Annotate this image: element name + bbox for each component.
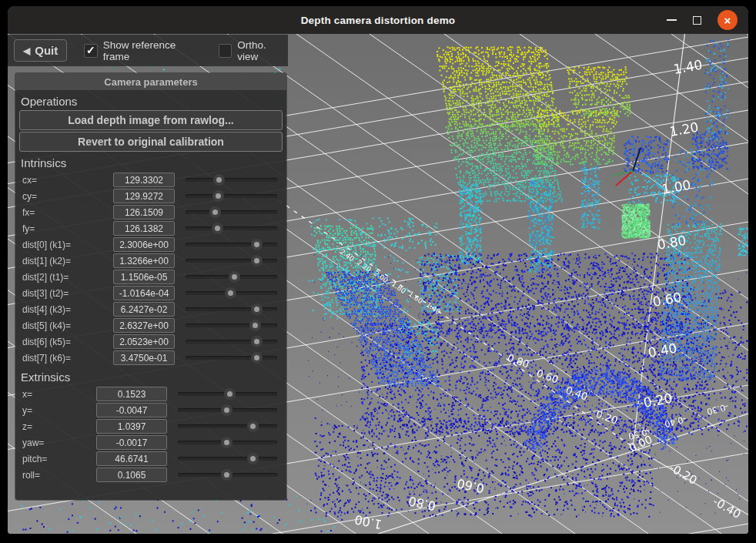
slider-track[interactable]: [186, 259, 277, 263]
panel-title[interactable]: Camera parameters: [15, 73, 286, 90]
load-depth-image-button[interactable]: Load depth image from rawlog...: [19, 110, 283, 130]
slider-knob[interactable]: [221, 404, 232, 416]
param-label: dist[0] (k1)=: [22, 240, 113, 250]
slider-knob[interactable]: [225, 287, 236, 299]
param-slider[interactable]: [185, 174, 279, 186]
slider-track[interactable]: [178, 424, 277, 428]
slider-track[interactable]: [186, 226, 277, 230]
slider-knob[interactable]: [251, 239, 263, 250]
title-bar[interactable]: Depth camera distortion demo ×: [8, 6, 748, 34]
param-row: x=0.1523: [15, 386, 286, 402]
slider-knob[interactable]: [209, 206, 221, 218]
param-label: dist[6] (k5)=: [22, 337, 113, 347]
minimize-icon[interactable]: [667, 19, 677, 21]
param-slider[interactable]: [185, 336, 279, 347]
param-value[interactable]: 46.6741: [96, 451, 167, 466]
section-operations: Operations: [21, 95, 282, 108]
slider-knob[interactable]: [251, 303, 263, 315]
slider-knob[interactable]: [251, 352, 263, 364]
revert-calibration-button[interactable]: Revert to original calibration: [19, 132, 283, 152]
param-row: yaw=-0.0017: [15, 434, 286, 451]
checkbox-icon[interactable]: [219, 44, 232, 58]
param-value[interactable]: 2.3006e+00: [113, 237, 175, 252]
param-value[interactable]: 2.0523e+00: [113, 334, 175, 349]
param-slider[interactable]: [185, 223, 279, 234]
checkbox-ortho-view[interactable]: Ortho. view: [219, 39, 288, 62]
param-label: z=: [22, 421, 96, 432]
param-value[interactable]: 1.3266e+00: [113, 253, 175, 268]
slider-knob[interactable]: [212, 223, 223, 234]
slider-knob[interactable]: [221, 437, 232, 448]
param-slider[interactable]: [177, 469, 279, 481]
param-slider[interactable]: [185, 352, 279, 364]
param-value[interactable]: 1.1506e-05: [113, 270, 175, 284]
checkbox-show-reference-frame[interactable]: ✓ Show reference frame: [84, 39, 202, 62]
param-label: dist[3] (t2)=: [22, 288, 113, 299]
param-label: cx=: [22, 175, 113, 186]
quit-button[interactable]: ◀ Quit: [14, 39, 67, 62]
slider-knob[interactable]: [221, 469, 232, 481]
checkbox-icon[interactable]: ✓: [84, 44, 97, 58]
slider-track[interactable]: [186, 323, 277, 327]
param-row: dist[6] (k5)=2.0523e+00: [15, 334, 286, 350]
slider-knob[interactable]: [251, 336, 263, 347]
param-label: x=: [22, 389, 96, 400]
param-value[interactable]: 1.0397: [96, 419, 167, 434]
param-label: dist[7] (k6)=: [22, 353, 113, 364]
slider-track[interactable]: [186, 307, 277, 311]
param-label: cy=: [22, 191, 113, 202]
param-value[interactable]: 0.1065: [96, 468, 167, 482]
slider-track[interactable]: [186, 243, 277, 246]
param-slider[interactable]: [185, 303, 279, 315]
param-label: dist[4] (k3)=: [22, 304, 113, 315]
left-arrow-icon: ◀: [23, 46, 30, 55]
param-slider[interactable]: [177, 388, 279, 400]
slider-knob[interactable]: [251, 255, 263, 266]
param-slider[interactable]: [185, 271, 279, 283]
close-icon[interactable]: ×: [718, 10, 738, 30]
param-value[interactable]: 126.1382: [113, 221, 175, 236]
slider-knob[interactable]: [229, 271, 240, 283]
param-slider[interactable]: [185, 320, 279, 331]
param-value[interactable]: -1.0164e-04: [113, 286, 175, 300]
slider-track[interactable]: [186, 340, 277, 344]
param-value[interactable]: 129.3302: [113, 173, 175, 187]
param-row: dist[0] (k1)=2.3006e+00: [15, 236, 286, 253]
param-label: fx=: [22, 207, 113, 218]
param-slider[interactable]: [177, 421, 279, 432]
param-value[interactable]: 6.2427e-02: [113, 302, 175, 317]
slider-track[interactable]: [186, 210, 277, 214]
param-slider[interactable]: [177, 453, 279, 464]
param-value[interactable]: -0.0047: [96, 403, 167, 417]
param-slider[interactable]: [185, 255, 279, 266]
param-value[interactable]: -0.0017: [96, 435, 167, 450]
maximize-icon[interactable]: [693, 16, 701, 25]
param-slider[interactable]: [185, 287, 279, 299]
slider-track[interactable]: [186, 194, 277, 198]
param-label: y=: [22, 405, 96, 416]
param-value[interactable]: 129.9272: [113, 189, 175, 203]
param-value[interactable]: 2.6327e+00: [113, 318, 175, 333]
slider-knob[interactable]: [247, 453, 259, 464]
param-row: dist[7] (k6)=3.4750e-01: [15, 350, 286, 366]
slider-knob[interactable]: [224, 388, 236, 400]
checkbox-label: Show reference frame: [103, 39, 202, 62]
slider-track[interactable]: [186, 178, 277, 182]
slider-knob[interactable]: [213, 174, 225, 186]
param-value[interactable]: 0.1523: [96, 387, 167, 401]
param-value[interactable]: 3.4750e-01: [113, 350, 175, 365]
slider-knob[interactable]: [249, 320, 261, 331]
slider-knob[interactable]: [247, 421, 259, 432]
slider-track[interactable]: [178, 457, 277, 461]
param-value[interactable]: 126.1509: [113, 205, 175, 220]
param-slider[interactable]: [185, 190, 279, 202]
slider-knob[interactable]: [212, 190, 224, 202]
param-slider[interactable]: [185, 239, 279, 250]
quit-label: Quit: [35, 44, 58, 57]
param-slider[interactable]: [177, 437, 279, 448]
slider-track[interactable]: [186, 356, 277, 360]
param-slider[interactable]: [177, 404, 279, 416]
param-row: dist[1] (k2)=1.3266e+00: [15, 253, 286, 269]
param-label: pitch=: [22, 454, 96, 464]
param-slider[interactable]: [185, 206, 279, 218]
